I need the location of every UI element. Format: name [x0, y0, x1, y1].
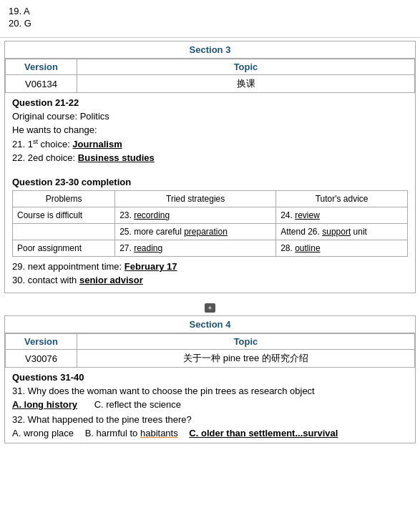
problem-1: Course is difficult: [13, 207, 115, 224]
s4-questions-heading: Questions 31-40: [12, 372, 408, 383]
strategy-1: 23. recording: [115, 207, 276, 224]
q21-prefix: 21. 1: [12, 139, 33, 149]
arrow-icon: +: [205, 303, 216, 313]
q32-options: A. wrong place B. harmful to habitants C…: [12, 428, 408, 438]
table-row: Course is difficult 23. recording 24. re…: [13, 207, 408, 224]
answer-19: 19. A: [9, 6, 411, 16]
version-col-header: Version: [6, 59, 77, 75]
topic-value: 换课: [77, 75, 415, 93]
q21-text: choice:: [38, 139, 72, 149]
topic-col-header: Topic: [77, 59, 415, 75]
problems-header: Problems: [13, 191, 115, 207]
section3-content: Question 21-22 Original course: Politics…: [5, 93, 415, 293]
q22-prefix: 22. 2ed choice:: [12, 152, 78, 163]
strategies-header: Tried strategies: [115, 191, 276, 207]
s4-topic-value: 关于一种 pine tree 的研究介绍: [77, 350, 415, 368]
s4-version-value: V30076: [6, 350, 77, 368]
q31-option-a: A. long history: [12, 399, 77, 410]
answer-20: 20. G: [9, 18, 411, 29]
original-course: Original course: Politics: [12, 111, 408, 122]
section4-block: Section 4 Version Topic V30076 关于一种 pine…: [4, 315, 416, 443]
advice-2-answer: support: [322, 227, 351, 237]
q2122-heading: Question 21-22: [12, 97, 408, 108]
q32-text: 32. What happened to the pine trees ther…: [12, 414, 408, 425]
q29-line: 29. next appointment time: February 17: [12, 261, 408, 272]
section4-content: Questions 31-40 31. Why does the woman w…: [5, 368, 415, 443]
strategy-3: 27. reading: [115, 240, 276, 257]
q32-option-b: B. harmful to habitants: [85, 428, 178, 438]
q31-options: A. long history C. reflect the science: [12, 399, 408, 410]
habitants-underline: habitants: [140, 428, 178, 438]
q30-line: 30. contact with senior advisor: [12, 275, 408, 285]
s4-topic-col-header: Topic: [77, 334, 415, 350]
q29-answer: February 17: [124, 261, 177, 272]
q21-sup: st: [33, 138, 38, 145]
advice-header: Tutor's advice: [276, 191, 408, 207]
table-row: 25. more careful preparation Attend 26. …: [13, 224, 408, 240]
section3-block: Section 3 Version Topic V06134 换课 Questi…: [4, 41, 416, 293]
q29-prefix: 29. next appointment time:: [12, 261, 124, 272]
section4-info-table: Version Topic V30076 关于一种 pine tree 的研究介…: [5, 333, 415, 368]
section-separator: +: [0, 299, 420, 315]
q30-prefix: 30. contact with: [12, 275, 79, 285]
section4-header: Section 4: [5, 316, 415, 333]
section3-info-table: Version Topic V06134 换课: [5, 59, 415, 93]
divider-top: [0, 37, 420, 38]
advice-3: 28. outline: [276, 240, 408, 257]
top-answers: 19. A 20. G: [0, 0, 420, 34]
q32-option-a: A. wrong place: [12, 428, 74, 438]
s4-version-col-header: Version: [6, 334, 77, 350]
advice-3-answer: outline: [295, 243, 320, 253]
problem-2: [13, 224, 115, 240]
strategy-3-answer: reading: [134, 243, 162, 253]
table-row: Poor assignment 27. reading 28. outline: [13, 240, 408, 257]
version-value: V06134: [6, 75, 77, 93]
advice-1: 24. review: [276, 207, 408, 224]
q22-answer: Business studies: [78, 152, 155, 163]
problem-3: Poor assignment: [13, 240, 115, 257]
advice-2: Attend 26. support unit: [276, 224, 408, 240]
q22-line: 22. 2ed choice: Business studies: [12, 152, 408, 163]
q31-option-c: C. reflect the science: [94, 399, 181, 410]
wants-to-change: He wants to change:: [12, 124, 408, 135]
q31-text: 31. Why does the woman want to choose th…: [12, 386, 408, 396]
strategy-2-answer: preparation: [184, 227, 228, 237]
q21-answer: Journalism: [72, 139, 122, 149]
q2330-heading: Question 23-30 completion: [12, 177, 408, 187]
completion-table: Problems Tried strategies Tutor's advice…: [12, 190, 408, 257]
q21-line: 21. 1st choice: Journalism: [12, 138, 408, 149]
q30-answer: senior advisor: [79, 275, 143, 285]
q32-option-c: C. older than settlement...survival: [189, 428, 338, 438]
strategy-1-answer: recording: [134, 210, 170, 220]
section3-header: Section 3: [5, 41, 415, 59]
strategy-2: 25. more careful preparation: [115, 224, 276, 240]
advice-1-answer: review: [295, 210, 320, 220]
